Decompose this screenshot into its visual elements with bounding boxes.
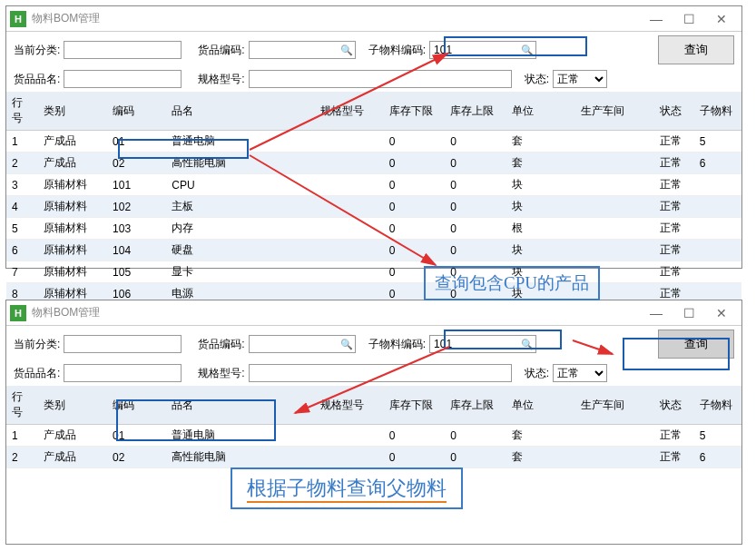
cell: 正常 [654, 425, 694, 447]
label-product-name: 货品品名: [14, 72, 60, 87]
close-button[interactable]: ✕ [705, 8, 738, 30]
cell [315, 240, 384, 261]
search-icon[interactable]: 🔍 [340, 339, 353, 350]
app-icon: H [10, 11, 26, 27]
cell: 0 [384, 425, 446, 447]
cell: 内存 [166, 218, 314, 240]
cell: 套 [506, 425, 575, 447]
cell: 1 [6, 131, 38, 153]
cell: 0 [384, 196, 446, 218]
status-select[interactable]: 正常 [553, 70, 607, 88]
cell: 高性能电脑 [166, 447, 314, 468]
col-header: 编码 [107, 92, 166, 131]
close-button[interactable]: ✕ [705, 302, 738, 324]
cell [315, 196, 384, 218]
cell [575, 131, 654, 153]
window-title: 物料BOM管理 [32, 11, 640, 26]
category-input[interactable] [64, 41, 182, 59]
annotation-cpu-query: 查询包含CPU的产品 [424, 266, 600, 300]
query-button[interactable]: 查询 [658, 330, 734, 359]
cell: 5 [694, 425, 741, 447]
cell: 原辅材料 [38, 261, 107, 283]
cell: 6 [694, 447, 741, 468]
table-row[interactable]: 6原辅材料104硬盘00块正常 [6, 240, 741, 261]
table-row[interactable]: 4原辅材料102主板00块正常 [6, 196, 741, 218]
col-header: 规格型号 [315, 386, 384, 425]
search-icon[interactable]: 🔍 [340, 44, 353, 56]
col-header: 类别 [38, 92, 107, 131]
col-header: 品名 [166, 386, 314, 425]
table-row[interactable]: 5原辅材料103内存00根正常 [6, 218, 741, 240]
spec-input[interactable] [249, 364, 512, 382]
cell: 1 [6, 425, 38, 447]
titlebar: H 物料BOM管理 — ☐ ✕ [6, 6, 741, 32]
cell: 主板 [166, 196, 314, 218]
table-row[interactable]: 3原辅材料101CPU00块正常 [6, 174, 741, 196]
cell: 01 [107, 131, 166, 153]
col-header: 库存上限 [445, 386, 506, 425]
cell: 显卡 [166, 261, 314, 283]
cell [694, 196, 741, 218]
cell: 套 [506, 131, 575, 153]
spec-input[interactable] [249, 70, 512, 88]
col-header: 行号 [6, 386, 38, 425]
maximize-button[interactable]: ☐ [673, 302, 705, 324]
cell [575, 174, 654, 196]
label-sub-material: 子物料编码: [368, 43, 426, 58]
minimize-button[interactable]: — [640, 8, 673, 30]
col-header: 编码 [107, 386, 166, 425]
cell: 正常 [654, 261, 694, 283]
titlebar: H 物料BOM管理 — ☐ ✕ [6, 300, 741, 326]
cell: 原辅材料 [38, 196, 107, 218]
cell: 原辅材料 [38, 174, 107, 196]
cell: 7 [6, 261, 38, 283]
cell [315, 425, 384, 447]
cell: 02 [107, 153, 166, 174]
cell: 原辅材料 [38, 218, 107, 240]
maximize-button[interactable]: ☐ [673, 8, 705, 30]
product-name-input[interactable] [64, 364, 182, 382]
cell: 块 [506, 240, 575, 261]
cell: 101 [107, 174, 166, 196]
table-row[interactable]: 2产成品02高性能电脑00套正常6 [6, 153, 741, 174]
cell [315, 153, 384, 174]
cell: 块 [506, 174, 575, 196]
cell: 01 [107, 425, 166, 447]
search-icon[interactable]: 🔍 [521, 339, 534, 350]
cell: 0 [445, 425, 506, 447]
cell: 套 [506, 447, 575, 468]
status-select[interactable]: 正常 [553, 364, 607, 382]
label-category: 当前分类: [14, 43, 60, 58]
cell: 0 [384, 240, 446, 261]
table-row[interactable]: 2产成品02高性能电脑00套正常6 [6, 447, 741, 468]
label-status: 状态: [525, 72, 549, 87]
col-header: 状态 [654, 386, 694, 425]
table-row[interactable]: 1产成品01普通电脑00套正常5 [6, 425, 741, 447]
cell: 5 [6, 218, 38, 240]
cell: 正常 [654, 196, 694, 218]
product-name-input[interactable] [64, 70, 182, 88]
cell: 2 [6, 153, 38, 174]
cell: 根 [506, 218, 575, 240]
label-spec: 规格型号: [198, 72, 244, 87]
minimize-button[interactable]: — [640, 302, 673, 324]
bom-window-top: H 物料BOM管理 — ☐ ✕ 当前分类: 货品编码: 🔍 子物料编码: 🔍 查… [5, 5, 742, 269]
cell: 正常 [654, 218, 694, 240]
col-header: 规格型号 [315, 92, 384, 131]
query-button[interactable]: 查询 [658, 35, 734, 64]
cell [694, 218, 741, 240]
cell [694, 174, 741, 196]
cell: 102 [107, 196, 166, 218]
cell [694, 261, 741, 283]
label-category: 当前分类: [14, 337, 60, 352]
col-header: 品名 [166, 92, 314, 131]
bom-table: 行号类别编码品名规格型号库存下限库存上限单位生产车间状态子物料 1产成品01普通… [6, 386, 741, 468]
col-header: 单位 [506, 92, 575, 131]
cell: 4 [6, 196, 38, 218]
table-row[interactable]: 7原辅材料105显卡00块正常 [6, 261, 741, 283]
category-input[interactable] [64, 335, 182, 353]
table-row[interactable]: 1产成品01普通电脑00套正常5 [6, 131, 741, 153]
col-header: 单位 [506, 386, 575, 425]
search-icon[interactable]: 🔍 [521, 44, 534, 56]
cell [315, 447, 384, 468]
